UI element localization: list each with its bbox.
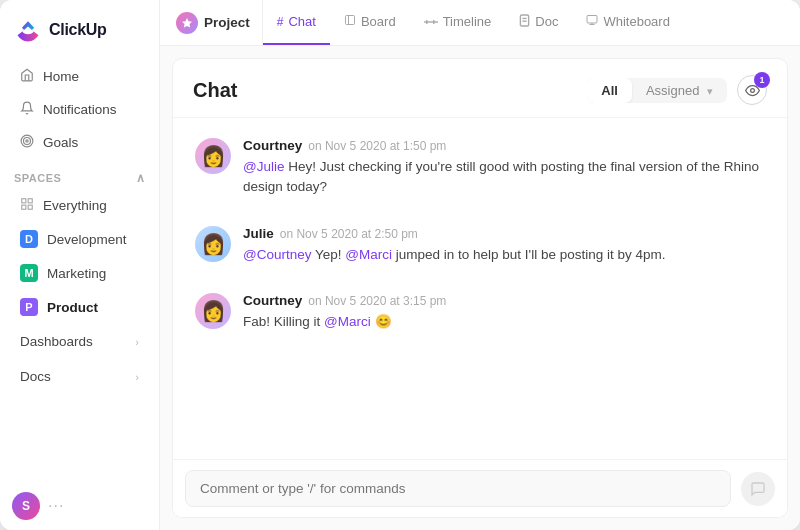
message-time: on Nov 5 2020 at 3:15 pm xyxy=(308,294,446,308)
bell-icon xyxy=(20,101,34,118)
svg-point-2 xyxy=(26,140,28,142)
message-meta: Courtney on Nov 5 2020 at 3:15 pm xyxy=(243,293,765,308)
development-dot: D xyxy=(20,230,38,248)
spaces-label: Spaces xyxy=(14,172,61,184)
sidebar-item-everything[interactable]: Everything xyxy=(6,190,153,221)
send-button[interactable] xyxy=(741,472,775,506)
mention: @Courtney xyxy=(243,247,311,262)
board-tab-label: Board xyxy=(361,14,396,29)
product-label: Product xyxy=(47,300,98,315)
message-meta: Julie on Nov 5 2020 at 2:50 pm xyxy=(243,226,765,241)
comment-input[interactable] xyxy=(185,470,731,507)
notification-button[interactable]: 1 xyxy=(737,75,767,105)
grid-icon xyxy=(20,197,34,214)
message-time: on Nov 5 2020 at 2:50 pm xyxy=(280,227,418,241)
message-item: 👩 Courtney on Nov 5 2020 at 3:15 pm Fab!… xyxy=(185,281,775,344)
tab-timeline[interactable]: Timeline xyxy=(410,0,506,45)
avatar: 👩 xyxy=(195,138,231,174)
svg-point-19 xyxy=(750,88,754,92)
main-content: Project # Chat Board Timeline xyxy=(160,0,800,530)
tab-whiteboard[interactable]: Whiteboard xyxy=(572,0,683,45)
home-label: Home xyxy=(43,69,79,84)
message-body: Courtney on Nov 5 2020 at 3:15 pm Fab! K… xyxy=(243,293,765,332)
chat-panel: Chat All Assigned ▾ 1 xyxy=(172,58,788,518)
spaces-toggle[interactable]: ∧ xyxy=(136,171,146,185)
board-tab-icon xyxy=(344,14,356,29)
marketing-dot: M xyxy=(20,264,38,282)
whiteboard-tab-label: Whiteboard xyxy=(603,14,669,29)
logo-text: ClickUp xyxy=(49,21,106,39)
chat-tab-label: Chat xyxy=(288,14,315,29)
clickup-logo-icon xyxy=(14,16,42,44)
message-text: @Courtney Yep! @Marci jumped in to help … xyxy=(243,245,765,265)
sidebar-item-product[interactable]: P Product xyxy=(6,291,153,323)
project-icon xyxy=(176,12,198,34)
mention: @Marci xyxy=(345,247,392,262)
mention: @Marci xyxy=(324,314,371,329)
timeline-tab-icon xyxy=(424,15,438,29)
sidebar-footer: S ··· xyxy=(0,482,159,530)
sidebar-item-development[interactable]: D Development xyxy=(6,223,153,255)
sidebar-item-goals[interactable]: Goals xyxy=(6,127,153,158)
sidebar-item-home[interactable]: Home xyxy=(6,61,153,92)
project-breadcrumb[interactable]: Project xyxy=(168,0,263,45)
message-body: Courtney on Nov 5 2020 at 1:50 pm @Julie… xyxy=(243,138,765,198)
chat-header-controls: All Assigned ▾ 1 xyxy=(587,75,767,105)
message-item: 👩 Julie on Nov 5 2020 at 2:50 pm @Courtn… xyxy=(185,214,775,277)
tab-doc[interactable]: Doc xyxy=(505,0,572,45)
filter-all[interactable]: All xyxy=(587,78,632,103)
home-icon xyxy=(20,68,34,85)
message-text: Fab! Killing it @Marci 😊 xyxy=(243,312,765,332)
doc-tab-label: Doc xyxy=(535,14,558,29)
sidebar-nav: Home Notifications Goals xyxy=(0,58,159,159)
user-avatar[interactable]: S xyxy=(12,492,40,520)
docs-label: Docs xyxy=(20,369,51,384)
tab-board[interactable]: Board xyxy=(330,0,410,45)
notifications-label: Notifications xyxy=(43,102,117,117)
sidebar-section-dashboards[interactable]: Dashboards › xyxy=(6,325,153,358)
message-meta: Courtney on Nov 5 2020 at 1:50 pm xyxy=(243,138,765,153)
chat-tab-icon: # xyxy=(277,15,284,29)
message-author: Julie xyxy=(243,226,274,241)
sidebar-section-docs[interactable]: Docs › xyxy=(6,360,153,393)
svg-rect-16 xyxy=(587,16,597,24)
topbar-tabs: # Chat Board Timeline xyxy=(263,0,684,45)
spaces-header: Spaces ∧ xyxy=(0,159,159,189)
everything-label: Everything xyxy=(43,198,107,213)
avatar: 👩 xyxy=(195,226,231,262)
logo: ClickUp xyxy=(0,0,159,58)
chevron-right-icon: › xyxy=(135,336,139,348)
product-dot: P xyxy=(20,298,38,316)
message-content: Yep! xyxy=(315,247,345,262)
sidebar-item-notifications[interactable]: Notifications xyxy=(6,94,153,125)
mention: @Julie xyxy=(243,159,284,174)
message-list: 👩 Courtney on Nov 5 2020 at 1:50 pm @Jul… xyxy=(173,118,787,459)
goals-icon xyxy=(20,134,34,151)
chat-title: Chat xyxy=(193,79,237,102)
chevron-down-icon: ▾ xyxy=(707,85,713,97)
development-label: Development xyxy=(47,232,127,247)
footer-menu-button[interactable]: ··· xyxy=(48,497,64,515)
svg-rect-5 xyxy=(22,205,26,209)
message-content: Fab! Killing it xyxy=(243,314,324,329)
project-label: Project xyxy=(204,15,250,30)
tab-chat[interactable]: # Chat xyxy=(263,0,330,45)
sidebar-item-marketing[interactable]: M Marketing xyxy=(6,257,153,289)
svg-rect-4 xyxy=(28,199,32,203)
svg-marker-7 xyxy=(182,18,192,28)
marketing-label: Marketing xyxy=(47,266,106,281)
svg-point-1 xyxy=(24,138,31,145)
avatar-initials: S xyxy=(22,499,30,513)
topbar: Project # Chat Board Timeline xyxy=(160,0,800,46)
assigned-label: Assigned xyxy=(646,83,699,98)
svg-rect-3 xyxy=(22,199,26,203)
message-item: 👩 Courtney on Nov 5 2020 at 1:50 pm @Jul… xyxy=(185,126,775,210)
whiteboard-tab-icon xyxy=(586,14,598,29)
filter-assigned[interactable]: Assigned ▾ xyxy=(632,78,727,103)
message-author: Courtney xyxy=(243,138,302,153)
chevron-right-icon: › xyxy=(135,371,139,383)
sidebar: ClickUp Home Notifications Goals xyxy=(0,0,160,530)
message-content: 😊 xyxy=(375,314,392,329)
message-content: jumped in to help but I'll be posting it… xyxy=(396,247,666,262)
message-author: Courtney xyxy=(243,293,302,308)
